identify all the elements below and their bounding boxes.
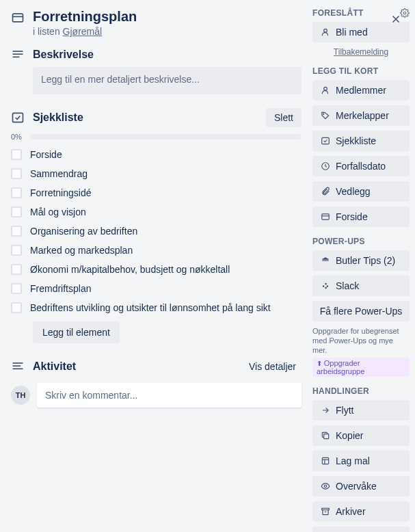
close-button[interactable]	[385, 8, 407, 30]
checkbox[interactable]	[11, 149, 22, 160]
actions-heading: Handlinger	[312, 386, 410, 396]
checklist-item-label: Mål og visjon	[30, 207, 86, 217]
checkbox[interactable]	[11, 245, 22, 256]
action-watch-button[interactable]: Overvåke	[312, 476, 410, 496]
powerups-heading: Power-Ups	[312, 237, 410, 246]
side-btn-label: Butler Tips (2)	[336, 255, 395, 266]
checklist-progress-bar	[30, 134, 302, 139]
feedback-link[interactable]: Tilbakemelding	[312, 47, 410, 57]
action-archive-button[interactable]: Arkiver	[312, 501, 410, 522]
checklist-item-label: Forside	[30, 149, 62, 160]
checklist-item[interactable]: Mål og visjon	[11, 202, 302, 222]
activity-heading: Aktivitet	[33, 360, 243, 373]
checklist-item[interactable]: Forretningsidé	[11, 183, 302, 202]
labels-icon	[319, 111, 332, 120]
checkbox[interactable]	[11, 226, 22, 237]
copy-icon	[319, 431, 332, 440]
action-share-button[interactable]: Del	[312, 527, 410, 532]
svg-rect-19	[325, 283, 326, 284]
checklist-icon	[11, 111, 27, 124]
move-icon	[319, 405, 332, 415]
members-icon	[319, 85, 332, 95]
svg-rect-2	[13, 51, 23, 52]
side-btn-label: Lag mal	[336, 455, 370, 466]
add-checklist-button[interactable]: Sjekkliste	[312, 131, 410, 151]
checklist-item[interactable]: Organisering av bedriften	[11, 222, 302, 241]
action-copy-button[interactable]: Kopier	[312, 425, 410, 446]
butler-icon	[319, 256, 332, 265]
checklist-item-label: Forretningsidé	[30, 187, 92, 198]
checkbox[interactable]	[11, 302, 22, 313]
add-due-button[interactable]: Forfallsdato	[312, 156, 410, 176]
checkbox[interactable]	[11, 168, 22, 179]
cover-icon	[319, 212, 332, 222]
powerup-butler-button[interactable]: Butler Tips (2)	[312, 250, 410, 271]
checklist-item[interactable]: Marked og markedsplan	[11, 241, 302, 260]
upgrade-badge[interactable]: Oppgrader arbeidsgruppe	[312, 358, 410, 377]
add-cover-button[interactable]: Forside	[312, 207, 410, 227]
checkbox[interactable]	[11, 264, 22, 275]
card-title[interactable]: Forretningsplan	[33, 8, 302, 25]
side-btn-label: Medlemmer	[336, 85, 386, 96]
description-section: Beskrivelse Legg til en mer detaljert be…	[11, 48, 302, 94]
add-labels-button[interactable]: Merkelapper	[312, 105, 410, 126]
description-input[interactable]: Legg til en mer detaljert beskrivelse...	[33, 67, 302, 94]
activity-section: Aktivitet Vis detaljer TH	[11, 357, 302, 408]
checkbox[interactable]	[11, 207, 22, 217]
side-btn-label: Vedlegg	[336, 186, 371, 197]
delete-checklist-button[interactable]: Slett	[266, 108, 302, 127]
side-btn-label: Sjekkliste	[336, 135, 376, 146]
svg-point-12	[323, 114, 324, 114]
add-members-button[interactable]: Medlemmer	[312, 80, 410, 101]
list-location: i listen Gjøremål	[33, 26, 302, 37]
svg-rect-0	[13, 14, 23, 22]
action-move-button[interactable]: Flytt	[312, 400, 410, 421]
checklist-item[interactable]: Forside	[11, 145, 302, 164]
checklist-item[interactable]: Fremdriftsplan	[11, 279, 302, 298]
checklist-item-label: Marked og markedsplan	[30, 245, 133, 256]
svg-rect-20	[327, 285, 328, 287]
checklist-item-label: Økonomi m/kapitalbehov, budsjett og nøkk…	[30, 264, 230, 275]
template-icon	[319, 456, 332, 466]
svg-point-11	[324, 87, 327, 90]
side-btn-label: Arkiver	[336, 506, 366, 517]
checklist-item[interactable]: Sammendrag	[11, 164, 302, 183]
checklist-item[interactable]: Bedriftens utvikling og utsikter til løn…	[11, 298, 302, 317]
toggle-activity-button[interactable]: Vis detaljer	[243, 357, 302, 376]
description-heading: Beskrivelse	[33, 49, 302, 61]
due-icon	[319, 161, 332, 171]
checklist-item-label: Bedriftens utvikling og utsikter til løn…	[30, 302, 271, 313]
checkbox[interactable]	[11, 187, 22, 198]
attachment-icon	[319, 187, 332, 196]
svg-rect-17	[322, 260, 328, 261]
activity-icon	[11, 360, 27, 373]
user-avatar[interactable]: TH	[11, 386, 30, 405]
checklist-item-label: Fremdriftsplan	[30, 283, 91, 294]
action-template-button[interactable]: Lag mal	[312, 451, 410, 471]
checklist-section: Sjekkliste Slett 0% ForsideSammendragFor…	[11, 108, 302, 343]
svg-rect-4	[13, 57, 20, 58]
svg-rect-7	[13, 365, 21, 367]
checklist-heading: Sjekkliste	[33, 111, 266, 124]
side-btn-label: Slack	[336, 280, 359, 291]
watch-icon	[319, 481, 332, 491]
svg-point-10	[324, 29, 327, 32]
comment-input[interactable]	[37, 383, 302, 408]
list-link[interactable]: Gjøremål	[63, 26, 103, 37]
add-attachment-button[interactable]: Vedlegg	[312, 181, 410, 202]
svg-rect-18	[323, 285, 324, 287]
side-btn-label: Overvåke	[336, 481, 377, 492]
checklist-item-label: Sammendrag	[30, 168, 88, 179]
add-checklist-item-button[interactable]: Legg til element	[33, 321, 120, 343]
checklist-item-label: Organisering av bedriften	[30, 226, 137, 237]
side-btn-label: Merkelapper	[336, 110, 389, 121]
side-btn-label: Forfallsdato	[336, 161, 386, 172]
powerup-slack-button[interactable]: Slack	[312, 276, 410, 296]
more-powerups-button[interactable]: Få flere Power-Ups	[312, 301, 410, 321]
side-btn-label: Flytt	[336, 405, 353, 416]
svg-point-26	[324, 485, 327, 488]
add-to-card-heading: Legg til kort	[312, 66, 410, 76]
checklist-item[interactable]: Økonomi m/kapitalbehov, budsjett og nøkk…	[11, 260, 302, 279]
checkbox[interactable]	[11, 283, 22, 294]
svg-rect-21	[325, 287, 326, 289]
